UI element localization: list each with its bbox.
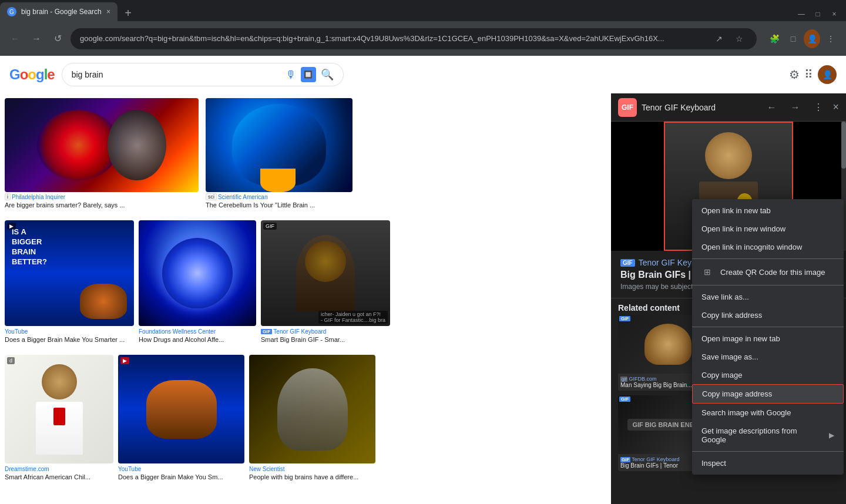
url-text: google.com/search?q=big+brain&tbm=isch&h…: [80, 34, 706, 43]
active-tab[interactable]: G big brain - Google Search ×: [0, 2, 118, 21]
image-source-5: GIF Tenor GIF Keyboard: [261, 328, 390, 335]
ctx-inspect-label: Inspect: [701, 459, 834, 468]
ctx-open-incognito-label: Open link in incognito window: [701, 243, 834, 251]
panel-next-button[interactable]: →: [785, 98, 804, 117]
ctx-save-image[interactable]: Save image as...: [692, 348, 844, 366]
browser-toolbar: 🧩 □ 👤 ⋮: [766, 31, 839, 47]
ctx-copy-image-address[interactable]: Copy image address: [692, 384, 844, 404]
ctx-open-new-tab-label: Open link in new tab: [701, 206, 834, 215]
right-panel: GIF Tenor GIF Keyboard ← → ⋮ ×: [611, 93, 846, 504]
settings-icon[interactable]: ⚙: [789, 68, 800, 82]
skull-brain-image[interactable]: [249, 355, 375, 463]
ctx-search-image-label: Search image with Google: [701, 408, 834, 417]
brain-lightning-image[interactable]: [139, 220, 256, 326]
image-source-6: Dreamstime.com: [5, 466, 113, 472]
lens-icon[interactable]: 🔲: [301, 67, 316, 82]
ctx-open-new-window[interactable]: Open link in new window: [692, 220, 844, 238]
panel-logo-text: GIF: [622, 103, 633, 112]
image-source-1: i Philadelphia Inquirer: [5, 193, 199, 200]
brain-caliper-image[interactable]: ▶: [118, 355, 244, 463]
panel-prev-button[interactable]: ←: [762, 98, 781, 117]
address-input[interactable]: google.com/search?q=big+brain&tbm=isch&h…: [70, 28, 757, 49]
close-tab-button[interactable]: ×: [106, 8, 110, 16]
ctx-save-image-label: Save image as...: [701, 352, 834, 361]
search-bar[interactable]: big brain 🎙 🔲 🔍: [62, 63, 344, 86]
ctx-submenu-arrow: ▶: [829, 431, 834, 439]
search-button[interactable]: 🔍: [321, 68, 334, 81]
profile-icon[interactable]: 👤: [804, 31, 820, 47]
image-source-8: New Scientist: [249, 466, 375, 472]
cerebellum-image[interactable]: [206, 98, 352, 192]
image-source-7: YouTube: [118, 466, 244, 472]
tab-title: big brain - Google Search: [21, 8, 102, 16]
ctx-inspect[interactable]: Inspect: [692, 454, 844, 472]
image-caption-5: Smart Big Brain GIF - Smar...: [261, 336, 390, 343]
new-tab-button[interactable]: +: [120, 5, 136, 21]
ctx-search-image[interactable]: Search image with Google: [692, 404, 844, 422]
ctx-get-descriptions-label: Get image descriptions from Google: [701, 426, 822, 444]
brain-poster-image[interactable]: IS ABIGGERBRAINBETTER? ▶: [5, 220, 134, 326]
more-icon[interactable]: ⋮: [822, 31, 839, 47]
image-caption-2: The Cerebellum Is Your "Little Brain ...: [206, 201, 352, 209]
ctx-separator-2: [692, 285, 844, 285]
ctx-separator-4: [692, 451, 844, 452]
ctx-open-new-tab[interactable]: Open link in new tab: [692, 201, 844, 220]
ctx-separator-1: [692, 258, 844, 259]
image-caption-3: Does a Bigger Brain Make You Smarter ...: [5, 336, 134, 343]
content-area: i Philadelphia Inquirer Are bigger brain…: [0, 93, 846, 504]
ctx-copy-image[interactable]: Copy image: [692, 366, 844, 384]
scrollbar-thumb[interactable]: [841, 122, 846, 169]
image-source-2: sci Scientific American: [206, 193, 352, 200]
ctx-qr-code[interactable]: ⊞ Create QR Code for this image: [692, 261, 844, 283]
ctx-save-link-label: Save link as...: [701, 293, 834, 301]
ctx-separator-3: [692, 327, 844, 327]
user-avatar: 👤: [804, 29, 820, 48]
ctx-get-descriptions[interactable]: Get image descriptions from Google ▶: [692, 422, 844, 449]
panel-more-button[interactable]: ⋮: [809, 98, 828, 117]
panel-logo: GIF: [618, 98, 637, 117]
panel-close-button[interactable]: ×: [832, 101, 839, 113]
forward-button[interactable]: →: [28, 31, 45, 47]
ctx-copy-link[interactable]: Copy link address: [692, 306, 844, 324]
image-row-2: IS ABIGGERBRAINBETTER? ▶ YouTube Does a …: [5, 220, 390, 343]
play-badge: ▶: [7, 223, 16, 230]
minimize-button[interactable]: —: [794, 7, 808, 21]
image-block-5: GIF icher- Jaiden u got an F?!- GIF for …: [261, 220, 390, 343]
address-bar: ← → ↺ google.com/search?q=big+brain&tbm=…: [0, 21, 846, 56]
ctx-open-incognito[interactable]: Open link in incognito window: [692, 238, 844, 256]
reload-button[interactable]: ↺: [49, 31, 66, 47]
back-button[interactable]: ←: [7, 31, 24, 47]
search-query: big brain: [72, 70, 281, 79]
google-search-bar: Google big brain 🎙 🔲 🔍 ⚙ ⠿ 👤: [0, 56, 846, 93]
image-row-3: d Dreamstime.com Smart African American …: [5, 355, 375, 481]
google-toolbar-right: ⚙ ⠿ 👤: [789, 65, 837, 84]
share-icon[interactable]: ↗: [711, 31, 727, 47]
close-button[interactable]: ×: [827, 7, 841, 21]
ctx-open-image[interactable]: Open image in new tab: [692, 330, 844, 348]
image-block-3: IS ABIGGERBRAINBETTER? ▶ YouTube Does a …: [5, 220, 134, 343]
ctx-open-new-window-label: Open link in new window: [701, 224, 834, 233]
child-image[interactable]: d: [5, 355, 113, 463]
window-icon[interactable]: □: [785, 31, 801, 47]
apps-icon[interactable]: ⠿: [804, 68, 813, 82]
image-caption-7: Does a Bigger Brain Make You Sm...: [118, 473, 244, 481]
microphone-icon[interactable]: 🎙: [286, 69, 296, 81]
maximize-button[interactable]: □: [811, 7, 825, 21]
image-caption-6: Smart African American Chil...: [5, 473, 113, 481]
window-controls: — □ ×: [794, 7, 846, 21]
tab-favicon: G: [7, 7, 16, 16]
user-avatar[interactable]: 👤: [818, 65, 837, 84]
extensions-icon[interactable]: 🧩: [766, 31, 783, 47]
image-block-4: Foundations Wellness Center How Drugs an…: [139, 220, 256, 343]
image-block-6: d Dreamstime.com Smart African American …: [5, 355, 113, 481]
ctx-copy-image-address-label: Copy image address: [702, 389, 834, 398]
google-logo: Google: [9, 66, 55, 83]
browser-chrome: G big brain - Google Search × + — □ × ← …: [0, 0, 846, 56]
ctx-open-image-label: Open image in new tab: [701, 334, 834, 343]
tab-bar: G big brain - Google Search × + — □ ×: [0, 0, 846, 21]
person-gif-image[interactable]: GIF icher- Jaiden u got an F?!- GIF for …: [261, 220, 390, 326]
ctx-save-link[interactable]: Save link as...: [692, 288, 844, 306]
bookmark-icon[interactable]: ☆: [731, 31, 747, 47]
brain-mri-image[interactable]: [5, 98, 199, 192]
image-caption-8: People with big brains have a differe...: [249, 473, 375, 481]
